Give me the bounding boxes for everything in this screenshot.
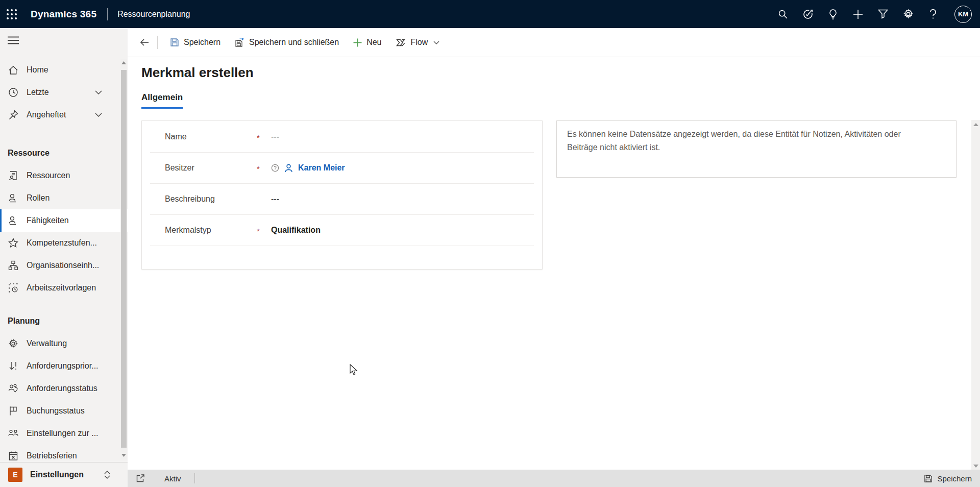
content-scrollbar[interactable] <box>971 120 980 470</box>
sidebar-item-home[interactable]: Home <box>0 59 128 81</box>
scrollbar-thumb[interactable] <box>121 70 127 448</box>
new-label: Neu <box>366 38 381 47</box>
owner-link[interactable]: Karen Meier <box>298 163 345 173</box>
owner-value-cell[interactable]: Karen Meier <box>271 163 345 173</box>
sidebar-item-label: Einstellungen zur ... <box>27 429 99 438</box>
field-value[interactable]: Qualifikation <box>271 226 321 235</box>
form-status-bar: Aktiv Speichern <box>128 470 980 487</box>
app-launcher-waffle-icon[interactable] <box>0 0 23 28</box>
statusbar-save-button[interactable]: Speichern <box>924 474 980 483</box>
chevron-down-icon[interactable] <box>95 90 102 94</box>
clock-icon <box>8 87 19 98</box>
sidebar-item-verwaltung[interactable]: Verwaltung <box>0 332 128 355</box>
form-row-name[interactable]: Name * --- <box>150 121 534 153</box>
back-arrow-icon[interactable] <box>136 33 153 52</box>
sidebar-item-label: Home <box>27 65 48 75</box>
commandbar-divider <box>157 36 158 49</box>
save-button[interactable]: Speichern <box>163 32 228 53</box>
save-label: Speichern <box>184 38 220 47</box>
sidebar-item-label: Arbeitszeitvorlagen <box>27 283 96 293</box>
new-plus-icon <box>353 38 362 47</box>
record-state: Aktiv <box>164 474 181 483</box>
sidebar-item-label: Letzte <box>27 88 49 97</box>
person-icon <box>284 163 293 173</box>
flow-icon <box>396 39 406 46</box>
lightbulb-icon[interactable] <box>827 9 839 20</box>
sidebar-item-faehigkeiten[interactable]: Fähigkeiten <box>0 209 128 232</box>
scroll-up-icon[interactable] <box>971 120 980 129</box>
required-marker: * <box>257 163 271 173</box>
flag-icon <box>8 405 19 417</box>
sidebar-scrollbar[interactable] <box>120 59 127 459</box>
sidebar-item-organisationseinheiten[interactable]: Organisationseinh... <box>0 254 128 277</box>
field-label: Beschreibung <box>165 194 257 204</box>
field-label: Besitzer <box>165 163 257 173</box>
field-value[interactable]: --- <box>271 194 279 204</box>
sidebar-item-ressourcen[interactable]: Ressourcen <box>0 164 128 187</box>
flow-label: Flow <box>411 38 428 47</box>
people-group-icon <box>8 428 19 439</box>
save-and-close-label: Speichern und schließen <box>249 38 339 47</box>
sidebar-item-letzte[interactable]: Letzte <box>0 81 128 104</box>
form-row-merkmalstyp[interactable]: Merkmalstyp * Qualifikation <box>150 215 534 246</box>
search-icon[interactable] <box>777 9 789 20</box>
scroll-down-icon[interactable] <box>120 451 127 459</box>
sidebar-item-label: Betriebsferien <box>27 451 77 460</box>
flow-button[interactable]: Flow <box>389 32 447 53</box>
statusbar-save-label: Speichern <box>937 474 972 483</box>
sidebar-item-label: Rollen <box>27 193 50 203</box>
settings-gear-icon[interactable] <box>902 9 914 20</box>
task-target-check-icon[interactable] <box>802 9 814 20</box>
sidebar-item-arbeitszeitvorlagen[interactable]: Arbeitszeitvorlagen <box>0 277 128 299</box>
app-title[interactable]: Dynamics 365 <box>31 9 96 20</box>
sitemap-sidebar: Home Letzte Angehefte <box>0 28 128 487</box>
save-icon <box>170 38 179 47</box>
expand-form-icon[interactable] <box>135 473 146 484</box>
scroll-up-icon[interactable] <box>120 59 127 67</box>
environment-switcher[interactable]: E Einstellungen <box>0 462 128 487</box>
sidebar-item-anforderungsstatus[interactable]: Anforderungsstatus <box>0 377 128 400</box>
filter-icon[interactable] <box>877 9 889 20</box>
sidebar-item-buchungsstatus[interactable]: Buchungsstatus <box>0 400 128 422</box>
app-area-name[interactable]: Ressourcenplanung <box>117 10 190 19</box>
pin-icon <box>8 109 19 120</box>
sidebar-item-kompetenzstufen[interactable]: Kompetenzstufen... <box>0 232 128 254</box>
person-skill-icon <box>8 215 19 226</box>
required-marker: * <box>257 225 271 235</box>
chevron-down-icon[interactable] <box>95 113 102 117</box>
environment-label: Einstellungen <box>30 470 84 479</box>
command-bar: Speichern Speichern und schließen <box>128 28 980 57</box>
page-layout: Home Letzte Angehefte <box>0 28 980 487</box>
sidebar-section-ressource: Ressource <box>0 141 128 164</box>
page-title: Merkmal erstellen <box>141 65 254 81</box>
help-icon[interactable] <box>927 9 939 20</box>
form-row-besitzer[interactable]: Besitzer * Karen Meier <box>150 153 534 184</box>
user-avatar[interactable]: KM <box>954 6 972 23</box>
scroll-down-icon[interactable] <box>971 461 980 470</box>
priority-arrow-icon <box>8 360 19 372</box>
person-role-icon <box>8 192 19 204</box>
sidebar-item-label: Verwaltung <box>27 339 67 348</box>
people-check-icon <box>8 383 19 394</box>
org-chart-icon <box>8 260 19 271</box>
save-and-close-button[interactable]: Speichern und schließen <box>228 32 346 53</box>
main-content: Speichern Speichern und schließen <box>128 28 980 487</box>
sidebar-item-rollen[interactable]: Rollen <box>0 187 128 209</box>
field-value[interactable]: --- <box>271 132 279 141</box>
form-row-beschreibung[interactable]: Beschreibung --- <box>150 184 534 215</box>
new-button[interactable]: Neu <box>346 32 388 53</box>
hamburger-menu-icon[interactable] <box>0 28 128 51</box>
calendar-closure-icon <box>8 450 19 461</box>
tab-allgemein[interactable]: Allgemein <box>141 92 183 109</box>
home-icon <box>8 64 19 76</box>
sidebar-item-angeheftet[interactable]: Angeheftet <box>0 104 128 126</box>
sidebar-item-label: Anforderungsstatus <box>27 384 97 393</box>
presence-unknown-icon <box>271 164 279 172</box>
field-label: Name <box>165 132 257 141</box>
top-navbar: Dynamics 365 Ressourcenplanung <box>0 0 980 28</box>
gear-icon <box>8 338 19 349</box>
sidebar-item-anforderungsprioritaeten[interactable]: Anforderungsprior... <box>0 355 128 377</box>
sidebar-item-einstellungen-zur[interactable]: Einstellungen zur ... <box>0 422 128 445</box>
add-icon[interactable] <box>852 9 864 20</box>
switcher-diamond-chevron-icon <box>103 470 111 479</box>
